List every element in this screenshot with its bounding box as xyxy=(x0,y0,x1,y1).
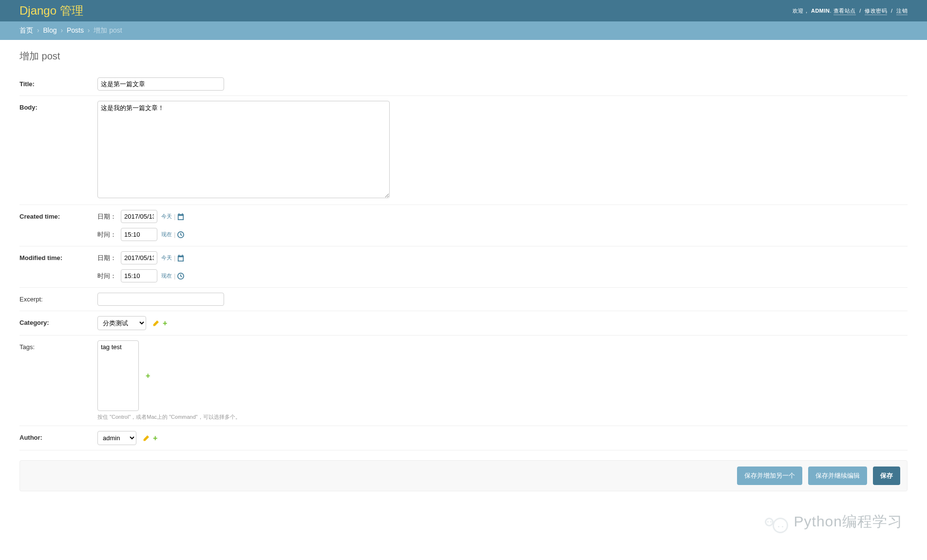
branding[interactable]: Django 管理 xyxy=(19,3,83,19)
body-textarea[interactable]: 这是我的第一篇文章！ xyxy=(97,101,390,198)
modified-time-input[interactable] xyxy=(121,269,157,282)
add-category-icon[interactable]: + xyxy=(163,319,167,328)
modified-date-sublabel: 日期： xyxy=(97,254,121,262)
post-form: Title: Body: 这是我的第一篇文章！ Created time: 日期… xyxy=(19,73,908,491)
user-tools: 欢迎， ADMIN. 查看站点 / 修改密码 / 注销 xyxy=(793,7,908,15)
author-select[interactable]: admin xyxy=(97,431,136,445)
created-date-today-link[interactable]: 今天 xyxy=(161,213,172,220)
calendar-icon[interactable] xyxy=(177,254,184,262)
field-row-modified-time: Modified time: 日期： 今天 | 时间： 现在 | xyxy=(19,246,908,288)
view-site-link[interactable]: 查看站点 xyxy=(833,8,856,15)
logout-link[interactable]: 注销 xyxy=(896,8,908,15)
clock-icon[interactable] xyxy=(177,231,184,239)
breadcrumb: 首页 › Blog › Posts › 增加 post xyxy=(0,21,927,40)
tags-label: Tags: xyxy=(19,340,97,351)
excerpt-input[interactable] xyxy=(97,293,224,306)
field-row-tags: Tags: tag test + 按住 "Control"，或者Mac上的 "C… xyxy=(19,336,908,426)
edit-category-icon[interactable] xyxy=(152,319,159,327)
field-row-body: Body: 这是我的第一篇文章！ xyxy=(19,96,908,205)
page-title: 增加 post xyxy=(19,50,908,63)
breadcrumb-home[interactable]: 首页 xyxy=(19,26,33,34)
save-button[interactable] xyxy=(873,467,900,485)
created-time-row: 时间： 现在 | xyxy=(97,228,908,241)
add-author-icon[interactable]: + xyxy=(153,434,157,443)
created-date-input[interactable] xyxy=(121,210,157,223)
category-select[interactable]: 分类测试 xyxy=(97,316,146,330)
breadcrumb-current: 增加 post xyxy=(94,26,122,34)
admin-header: Django 管理 欢迎， ADMIN. 查看站点 / 修改密码 / 注销 xyxy=(0,0,927,21)
author-label: Author: xyxy=(19,431,97,441)
modified-time-sublabel: 时间： xyxy=(97,272,121,280)
tags-help-text: 按住 "Control"，或者Mac上的 "Command"，可以选择多个。 xyxy=(97,413,908,421)
title-label: Title: xyxy=(19,77,97,88)
save-continue-button[interactable] xyxy=(808,467,867,485)
edit-author-icon[interactable] xyxy=(142,434,149,442)
category-label: Category: xyxy=(19,316,97,326)
clock-icon[interactable] xyxy=(177,272,184,280)
created-date-sublabel: 日期： xyxy=(97,212,121,221)
field-row-created-time: Created time: 日期： 今天 | 时间： 现在 | xyxy=(19,205,908,246)
add-tag-icon[interactable]: + xyxy=(146,372,150,380)
calendar-icon[interactable] xyxy=(177,213,184,221)
created-time-label: Created time: xyxy=(19,210,97,220)
field-row-author: Author: admin + xyxy=(19,426,908,450)
created-time-input[interactable] xyxy=(121,228,157,241)
content: 增加 post Title: Body: 这是我的第一篇文章！ Created … xyxy=(0,40,927,501)
save-add-another-button[interactable] xyxy=(737,467,802,485)
modified-date-today-link[interactable]: 今天 xyxy=(161,254,172,261)
field-row-excerpt: Excerpt: xyxy=(19,288,908,311)
modified-time-label: Modified time: xyxy=(19,251,97,261)
field-row-category: Category: 分类测试 + xyxy=(19,311,908,336)
body-label: Body: xyxy=(19,101,97,111)
modified-date-row: 日期： 今天 | xyxy=(97,251,908,264)
breadcrumb-app[interactable]: Blog xyxy=(43,26,57,34)
created-date-row: 日期： 今天 | xyxy=(97,210,908,223)
created-time-sublabel: 时间： xyxy=(97,230,121,239)
modified-date-input[interactable] xyxy=(121,251,157,264)
modified-time-now-link[interactable]: 现在 xyxy=(161,272,172,280)
welcome-text: 欢迎， xyxy=(793,8,810,14)
excerpt-label: Excerpt: xyxy=(19,293,97,303)
title-input[interactable] xyxy=(97,77,224,91)
tags-option[interactable]: tag test xyxy=(101,343,135,351)
created-time-now-link[interactable]: 现在 xyxy=(161,231,172,238)
field-row-title: Title: xyxy=(19,73,908,96)
breadcrumb-model[interactable]: Posts xyxy=(67,26,84,34)
modified-time-row: 时间： 现在 | xyxy=(97,269,908,282)
change-password-link[interactable]: 修改密码 xyxy=(865,8,887,15)
username: ADMIN xyxy=(811,8,830,14)
tags-select[interactable]: tag test xyxy=(97,340,139,411)
submit-row xyxy=(19,460,908,491)
